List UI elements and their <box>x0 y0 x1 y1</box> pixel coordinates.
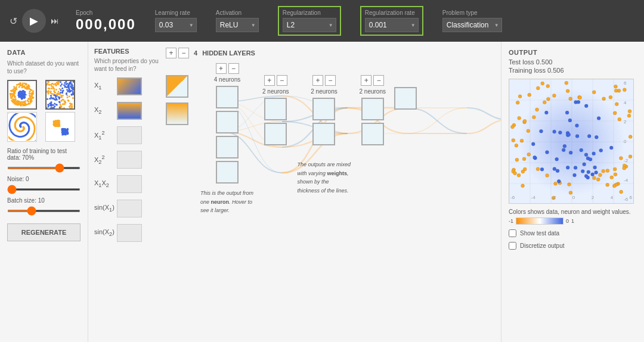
regularization-wrapper: L2NoneL1 <box>283 18 336 32</box>
regularization-label: Regularization <box>283 10 336 16</box>
add-layer-button[interactable]: + <box>166 48 177 58</box>
input-layer <box>166 75 188 128</box>
network-header: + − 4 HIDDEN LAYERS <box>166 48 495 58</box>
activation-wrapper: ReLUTanhSigmoidLinear <box>216 18 259 32</box>
play-icon: ▶ <box>30 14 38 27</box>
dataset-item-1[interactable] <box>7 80 37 110</box>
playback-controls: ↺ ▶ ⏭ <box>10 9 59 33</box>
dataset-item-4[interactable] <box>45 112 75 142</box>
epoch-section: Epoch 000,000 <box>76 10 136 33</box>
add-neuron-layer2[interactable]: + <box>264 75 275 86</box>
features-column: FEATURES Which properties do you want to… <box>94 48 166 266</box>
neuron-4-2[interactable] <box>361 123 384 145</box>
neuron-1-2[interactable] <box>216 111 239 133</box>
neuron-2-2[interactable] <box>264 123 287 145</box>
neuron-4-1[interactable] <box>361 98 384 120</box>
epoch-label: Epoch <box>76 10 136 16</box>
learning-rate-group: Learning rate 0.030.0010.010.1 <box>155 10 197 32</box>
noise-label: Noise: 0 <box>7 176 80 182</box>
layer-columns: + − 4 neurons This is the output from on… <box>166 63 417 214</box>
layer1-controls: + − <box>216 63 239 74</box>
layer2-count: 2 neurons <box>262 88 289 95</box>
show-test-data-row: Show test data <box>509 229 637 237</box>
hidden-layers-title: HIDDEN LAYERS <box>202 49 255 57</box>
neuron-2-1[interactable] <box>264 98 287 120</box>
input-node-x1[interactable] <box>166 75 188 98</box>
show-test-data-label: Show test data <box>520 230 559 237</box>
feature-x1x2[interactable]: X1X2 <box>94 175 166 193</box>
legend-max: 1 <box>571 218 574 224</box>
add-neuron-layer1[interactable]: + <box>216 63 227 74</box>
activation-select[interactable]: ReLUTanhSigmoidLinear <box>216 18 259 32</box>
layer3-controls: + − <box>312 75 336 86</box>
remove-neuron-layer4[interactable]: − <box>373 75 384 86</box>
regenerate-button[interactable]: REGENERATE <box>7 223 80 241</box>
output-panel: OUTPUT Test loss 0.500 Training loss 0.5… <box>501 42 644 342</box>
feature-sinx1[interactable]: sin(X1) <box>94 200 166 217</box>
annotation-2: The outputs are mixed with varying weigh… <box>297 160 351 195</box>
ratio-slider-section: Ratio of training to test data: 70% <box>7 148 80 171</box>
learning-rate-select[interactable]: 0.030.0010.010.1 <box>155 18 197 32</box>
annotation-1: This is the output from one neuron. Hove… <box>200 188 254 214</box>
layer4-controls: + − <box>361 75 384 86</box>
neuron-3-1[interactable] <box>312 98 335 120</box>
hidden-layers-count: 4 <box>194 49 197 57</box>
play-button[interactable]: ▶ <box>22 9 46 33</box>
neuron-3-2[interactable] <box>312 123 335 145</box>
step-button[interactable]: ⏭ <box>51 16 59 26</box>
remove-neuron-layer2[interactable]: − <box>277 75 287 86</box>
layer4-count: 2 neurons <box>359 88 385 95</box>
legend-gradient <box>516 217 564 225</box>
feature-x2sq[interactable]: X22 <box>94 151 166 169</box>
problem-type-label: Problem type <box>442 10 502 16</box>
remove-neuron-layer3[interactable]: − <box>325 75 336 86</box>
learning-rate-wrapper: 0.030.0010.010.1 <box>155 18 197 32</box>
feature-x1[interactable]: X1 <box>94 77 166 95</box>
features-title: FEATURES <box>94 48 166 55</box>
regularization-rate-label: Regularization rate <box>365 10 419 16</box>
regularization-rate-select[interactable]: 0.0010.010.1 <box>365 18 419 32</box>
reset-button[interactable]: ↺ <box>10 15 17 27</box>
color-legend-label: Colors shows data, neuron and weight val… <box>509 209 637 215</box>
feature-x2[interactable]: X2 <box>94 102 166 120</box>
feature-preview-x1 <box>117 77 142 95</box>
activation-group: Activation ReLUTanhSigmoidLinear <box>216 10 259 32</box>
dataset-item-2[interactable] <box>45 80 75 110</box>
feature-sinx2[interactable]: sin(X2) <box>94 224 166 242</box>
legend-min: -1 <box>509 218 513 224</box>
network-canvas-area: + − 4 neurons This is the output from on… <box>166 63 495 266</box>
feature-preview-x1x2 <box>117 175 142 193</box>
add-neuron-layer4[interactable]: + <box>361 75 371 86</box>
show-test-data-checkbox[interactable] <box>509 229 516 237</box>
legend-mid: 0 <box>566 218 569 224</box>
remove-neuron-layer1[interactable]: − <box>228 63 239 74</box>
ratio-slider[interactable] <box>7 167 80 169</box>
neuron-1-4[interactable] <box>216 161 239 184</box>
neuron-1-3[interactable] <box>216 136 239 158</box>
add-neuron-layer3[interactable]: + <box>312 75 323 86</box>
discretize-output-checkbox[interactable] <box>509 242 516 250</box>
layer1-count: 4 neurons <box>214 76 240 83</box>
color-legend: -1 0 1 <box>509 217 637 225</box>
problem-type-select[interactable]: ClassificationRegression <box>442 18 502 32</box>
input-node-x2[interactable] <box>166 102 188 125</box>
feature-preview-sinx2 <box>117 224 142 242</box>
neuron-1-1[interactable] <box>216 86 239 108</box>
regularization-rate-wrapper: 0.0010.010.1 <box>365 18 419 32</box>
layer3-count: 2 neurons <box>311 88 337 95</box>
epoch-value: 000,000 <box>76 16 136 33</box>
regularization-select[interactable]: L2NoneL1 <box>283 18 336 32</box>
data-subtitle: Which dataset do you want to use? <box>7 60 80 75</box>
dataset-item-3[interactable] <box>7 112 37 142</box>
batch-slider[interactable] <box>7 210 80 212</box>
scatter-canvas <box>509 79 634 204</box>
regularization-group: Regularization L2NoneL1 <box>278 6 341 36</box>
topbar: ↺ ▶ ⏭ Epoch 000,000 Learning rate 0.030.… <box>0 0 644 42</box>
regularization-rate-group: Regularization rate 0.0010.010.1 <box>360 6 423 36</box>
remove-layer-button[interactable]: − <box>178 48 189 58</box>
output-node[interactable] <box>394 87 417 110</box>
data-title: DATA <box>7 49 80 56</box>
batch-label: Batch size: 10 <box>7 197 80 204</box>
noise-slider[interactable] <box>7 188 80 191</box>
feature-x1sq[interactable]: X12 <box>94 126 166 144</box>
